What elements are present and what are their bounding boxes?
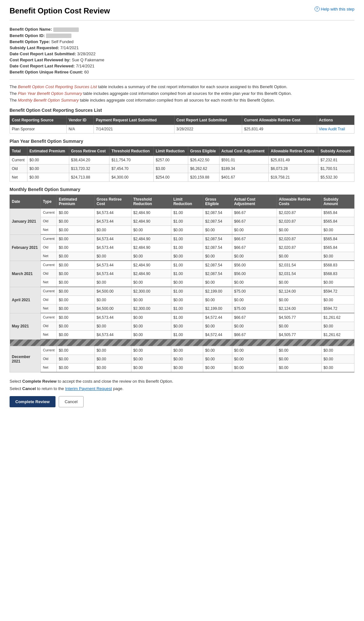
gross-eligible-cell: $2,199.00 — [203, 304, 232, 313]
py-col-threshold: Threshold Reduction — [109, 147, 154, 156]
table-row: April 2021 Current $0.00 $4,500.00 $2,30… — [10, 287, 354, 296]
month-label-cell: January 2021 — [10, 209, 41, 235]
gross-eligible-cell: $2,087.54 — [203, 261, 232, 270]
actual-cost-cell: $0.00 — [232, 346, 277, 355]
limit-cell: $254.00 — [153, 173, 188, 182]
limit-cell: $1.00 — [171, 209, 203, 217]
redacted-name — [53, 27, 79, 32]
table-row: Net $0.00 $0.00 $0.00 $0.00 $0.00 $0.00 … — [10, 252, 354, 261]
subsidy-cell: $0.00 — [322, 278, 354, 287]
py-col-subsidy: Subsidy Amount — [318, 147, 354, 156]
py-col-total: Total — [10, 147, 27, 156]
page-title: Benefit Option Cost Review — [10, 6, 110, 15]
py-col-allowable: Allowable Retiree Costs — [269, 147, 318, 156]
plan-year-table-title: Plan Year Benefit Option Summary — [10, 139, 354, 144]
threshold-cell: $2,300.00 — [131, 287, 171, 296]
meta-benefit-option-id: Benefit Option ID: — [10, 33, 354, 38]
allowable-costs-cell: $2,031.54 — [277, 261, 321, 270]
gross-eligible-cell: $0.00 — [203, 252, 232, 261]
type-cell: Old — [41, 355, 57, 364]
complete-review-button[interactable]: Complete Review — [10, 396, 56, 407]
meta-subsidy-last-requested: Subsidy Last Requested: 7/14/2021 — [10, 45, 354, 50]
threshold-cell: $2,484.90 — [131, 270, 171, 278]
meta-unique-retiree-count: Benefit Option Unique Retiree Count: 60 — [10, 70, 354, 74]
est-premium-cell: $0.00 — [57, 313, 95, 322]
threshold-cell: $2,484.90 — [131, 217, 171, 226]
gross-retiree-cell: $4,573.44 — [94, 270, 131, 278]
est-premium-cell: $0.00 — [57, 243, 95, 252]
type-cell: Current — [41, 346, 57, 355]
allowable-costs-cell: $0.00 — [277, 322, 321, 331]
audit-trail-link[interactable]: View Audit Trail — [319, 127, 345, 131]
table-row: Current $0.00 $38,434.20 $11,754.70 $257… — [10, 156, 354, 165]
help-link-label: Help with this step — [321, 7, 355, 12]
limit-cell: $1.00 — [171, 243, 203, 252]
actual-cost-cell: $75.00 — [232, 287, 277, 296]
actual-cost-cell: $56.00 — [232, 270, 277, 278]
est-premium-cell: $0.00 — [57, 270, 95, 278]
mo-col-allowable: Allowable Retiree Costs — [277, 195, 321, 209]
allowable-costs-cell: $0.00 — [277, 226, 321, 235]
actual-cost-cell: $66.67 — [232, 331, 277, 340]
cancel-button[interactable]: Cancel — [59, 396, 84, 407]
limit-cell: $1.00 — [171, 287, 203, 296]
gross-retiree-cell: $0.00 — [94, 346, 131, 355]
threshold-cell: $0.00 — [131, 346, 171, 355]
month-label-cell: April 2021 — [10, 287, 41, 313]
type-cell: Old — [41, 243, 57, 252]
gross-eligible-cell: $0.00 — [203, 278, 232, 287]
gross-retiree-cell: $0.00 — [94, 355, 131, 364]
allowable-costs-cell: $25,831.49 — [269, 156, 318, 165]
est-premium-cell: $0.00 — [57, 261, 95, 270]
sources-table: Cost Reporting Source Vendor ID Payment … — [10, 115, 354, 134]
gross-eligible-cell: $0.00 — [203, 296, 232, 304]
help-link[interactable]: ? Help with this step — [315, 6, 355, 12]
allowable-costs-cell: $2,020.87 — [277, 243, 321, 252]
threshold-cell: $0.00 — [131, 355, 171, 364]
gross-retiree-cell: $4,573.44 — [94, 217, 131, 226]
month-label-cell: March 2021 — [10, 261, 41, 287]
footer-section: Select Complete Review to accept the cos… — [10, 379, 354, 407]
desc-3: The Monthly Benefit Option Summary table… — [10, 98, 354, 103]
table-row: Old $0.00 $0.00 $0.00 $0.00 $0.00 $0.00 … — [10, 296, 354, 304]
month-label-cell: December 2021 — [10, 346, 41, 372]
subsidy-cell: $0.00 — [322, 346, 354, 355]
type-cell: Net — [41, 364, 57, 372]
subsidy-cell: $0.00 — [322, 322, 354, 331]
limit-cell: $1.00 — [171, 234, 203, 243]
type-cell: Current — [41, 209, 57, 217]
table-row: Net $0.00 $4,500.00 $2,300.00 $1.00 $2,1… — [10, 304, 354, 313]
total-cell: Net — [10, 173, 27, 182]
table-row: Old $0.00 $13,720.32 $7,454.70 $3.00 $6,… — [10, 165, 354, 173]
threshold-cell: $4,300.00 — [109, 173, 154, 182]
actual-cost-cell: $591.01 — [219, 156, 269, 165]
table-row: Net $0.00 $0.00 $0.00 $0.00 $0.00 $0.00 … — [10, 364, 354, 372]
py-col-actual-cost: Actual Cost Adjustment — [219, 147, 269, 156]
gross-retiree-cell: $38,434.20 — [69, 156, 109, 165]
threshold-cell: $0.00 — [131, 364, 171, 372]
py-col-limit: Limit Reduction — [153, 147, 188, 156]
subsidy-cell: $594.72 — [322, 287, 354, 296]
button-row: Complete Review Cancel — [10, 396, 354, 407]
mo-col-est-premium: Estimated Premium — [57, 195, 95, 209]
gross-eligible-cell: $2,087.54 — [203, 243, 232, 252]
actual-cost-cell: $0.00 — [232, 252, 277, 261]
subsidy-cell: $0.00 — [322, 252, 354, 261]
cost-report-cell: 3/28/2022 — [174, 125, 242, 134]
subsidy-cell: $0.00 — [322, 296, 354, 304]
table-row: May 2021 Current $0.00 $4,573.44 $0.00 $… — [10, 313, 354, 322]
est-premium-cell: $0.00 — [57, 226, 95, 235]
est-premium-cell: $0.00 — [57, 278, 95, 287]
actual-cost-cell: $66.67 — [232, 313, 277, 322]
allowable-costs-cell: $0.00 — [277, 346, 321, 355]
type-cell: Current — [41, 313, 57, 322]
subsidy-cell: $565.84 — [322, 234, 354, 243]
interim-payment-link[interactable]: Interim Payment Request — [65, 386, 112, 391]
est-premium-cell: $0.00 — [57, 322, 95, 331]
subsidy-cell: $568.83 — [322, 261, 354, 270]
allowable-costs-cell: $2,124.00 — [277, 287, 321, 296]
allowable-costs-cell: $0.00 — [277, 355, 321, 364]
mo-col-actual-cost: Actual Cost Adjustment — [232, 195, 277, 209]
desc-2: The Plan Year Benefit Option Summary tab… — [10, 91, 354, 96]
allowable-costs-cell: $2,020.87 — [277, 209, 321, 217]
